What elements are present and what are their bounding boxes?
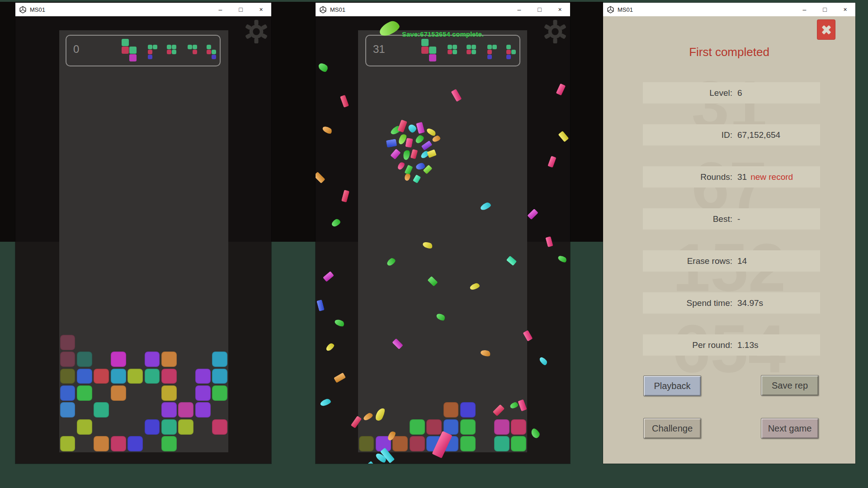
board-block-maroon xyxy=(60,352,75,367)
unity-logo-icon xyxy=(607,6,614,14)
board-block-brown xyxy=(392,436,408,451)
board-block-darkred xyxy=(410,436,425,451)
board-block-blueviolet xyxy=(145,419,160,435)
stat-label: Per round: xyxy=(643,340,732,350)
board-block-green xyxy=(212,385,227,401)
window-title: MS01 xyxy=(330,6,509,13)
maximize-button[interactable]: □ xyxy=(231,3,251,16)
stat-row: Best:- xyxy=(643,208,820,230)
board-block-cyan xyxy=(212,369,227,384)
save-complete-toast: Save:67152654 complete. xyxy=(316,30,570,38)
board-block-cyan xyxy=(111,369,126,384)
board-block-orange xyxy=(161,352,177,367)
next-game-button[interactable]: Next game xyxy=(761,418,819,439)
board-block-tealgreen xyxy=(494,436,509,451)
close-button[interactable]: × xyxy=(251,3,271,16)
board-block-yellowgreen xyxy=(60,436,75,451)
window-title: MS01 xyxy=(30,6,210,13)
stat-value: 34.97s xyxy=(732,298,763,308)
settings-gear-icon[interactable] xyxy=(244,19,269,44)
stat-label: Rounds: xyxy=(643,172,732,182)
stat-label: ID: xyxy=(643,130,732,140)
block-stack xyxy=(358,30,527,452)
board-block-blueviolet xyxy=(127,436,143,451)
dialog-close-button[interactable] xyxy=(817,19,835,40)
stat-row: Spend time:34.97s xyxy=(643,292,820,314)
board-block-green xyxy=(460,419,476,435)
minimize-button[interactable]: – xyxy=(210,3,231,16)
game-view: 0 xyxy=(15,16,271,464)
result-dialog-window: MS01 – □ × 3167152654 First completed Le… xyxy=(603,3,855,464)
stat-label: Erase rows: xyxy=(643,256,732,266)
game-window-1: MS01 – □ × 0 xyxy=(15,3,271,464)
board-block-blue xyxy=(60,385,75,401)
titlebar: MS01 – □ × xyxy=(15,3,271,16)
game-window-2: MS01 – □ × 31 xyxy=(316,3,570,464)
unity-logo-icon xyxy=(319,6,327,14)
block-stack xyxy=(59,30,228,452)
board-block-cyan xyxy=(212,352,227,367)
stat-value: - xyxy=(732,214,740,224)
stat-value: 6 xyxy=(732,88,742,98)
board-block-yellowgreen xyxy=(178,419,193,435)
board-block-olive xyxy=(359,436,374,451)
board-block-purple xyxy=(145,352,160,367)
stat-value: 14 xyxy=(732,256,747,266)
stat-row: Per round:1.13s xyxy=(643,334,820,356)
stat-row: ID:67,152,654 xyxy=(643,124,820,145)
playback-button[interactable]: Playback xyxy=(643,375,701,396)
board-block-purple xyxy=(195,402,211,418)
stat-label: Spend time: xyxy=(643,298,732,308)
board-block-purple xyxy=(376,436,391,451)
board-block-green xyxy=(410,419,425,435)
board-block-orange xyxy=(111,385,126,401)
game-board: 0 xyxy=(59,30,228,452)
board-block-blue xyxy=(77,369,92,384)
board-block-purple xyxy=(195,369,211,384)
board-block-mustard xyxy=(161,385,177,401)
board-block-magenta xyxy=(111,352,126,367)
board-block-tealgreen xyxy=(161,419,177,435)
board-block-purple xyxy=(161,402,177,418)
stat-row: Level:6 xyxy=(643,82,820,103)
board-block-magentapink xyxy=(178,402,193,418)
save-rep-button[interactable]: Save rep xyxy=(761,375,819,396)
board-block-brown xyxy=(443,402,459,418)
board-block-maroon xyxy=(60,335,75,350)
minimize-button[interactable]: – xyxy=(509,3,529,16)
board-block-steelblue xyxy=(60,402,75,418)
unity-logo-icon xyxy=(19,6,27,14)
game-board: 31 xyxy=(358,30,527,452)
board-block-green xyxy=(460,436,476,451)
titlebar: MS01 – □ × xyxy=(316,3,570,16)
close-x-icon xyxy=(821,24,832,36)
board-block-crimson xyxy=(111,436,126,451)
board-block-teal xyxy=(77,352,92,367)
minimize-button[interactable]: – xyxy=(794,3,815,16)
new-record-badge: new record xyxy=(747,172,793,182)
board-block-crimson xyxy=(212,419,227,435)
board-block-yellowgreen xyxy=(127,369,143,384)
board-block-red xyxy=(94,369,109,384)
maximize-button[interactable]: □ xyxy=(815,3,835,16)
game-view: 31 Save:67152654 complete. xyxy=(316,16,570,464)
stat-value: 31 xyxy=(732,172,747,182)
close-button[interactable]: × xyxy=(835,3,855,16)
result-dialog: 3167152654 First completed Level:6ID:67,… xyxy=(603,16,855,464)
titlebar: MS01 – □ × xyxy=(603,3,855,16)
dialog-title: First completed xyxy=(603,45,855,59)
board-block-green xyxy=(77,385,92,401)
board-block-crimson xyxy=(511,419,526,435)
board-block-blue xyxy=(426,436,442,451)
board-block-blueviolet xyxy=(460,402,476,418)
board-block-olive xyxy=(60,369,75,384)
board-block-blue xyxy=(443,436,459,451)
maximize-button[interactable]: □ xyxy=(529,3,550,16)
window-title: MS01 xyxy=(618,6,794,13)
board-block-crimson xyxy=(161,369,177,384)
challenge-button[interactable]: Challenge xyxy=(643,418,701,439)
board-block-tealgreen xyxy=(145,369,160,384)
stat-value: 1.13s xyxy=(732,340,758,350)
close-button[interactable]: × xyxy=(550,3,570,16)
board-block-green xyxy=(511,436,526,451)
